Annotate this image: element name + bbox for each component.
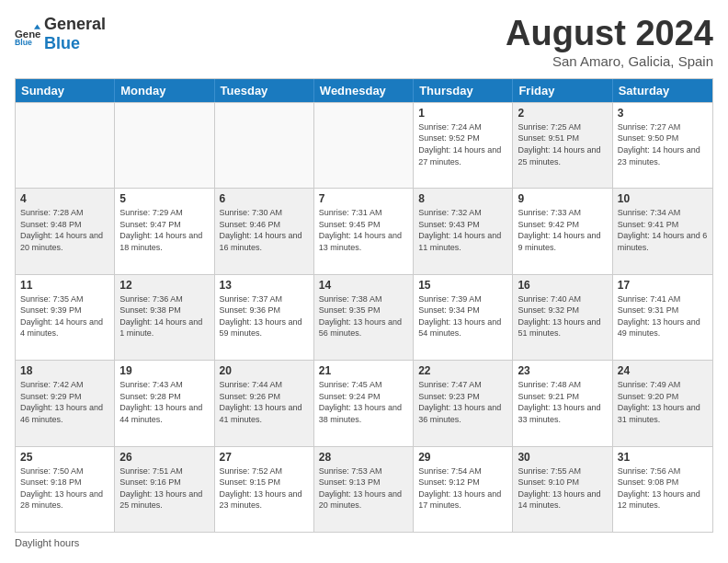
cal-cell: 13Sunrise: 7:37 AM Sunset: 9:36 PM Dayli…: [215, 275, 314, 360]
cal-cell: 1Sunrise: 7:24 AM Sunset: 9:52 PM Daylig…: [414, 103, 513, 188]
day-info: Sunrise: 7:50 AM Sunset: 9:18 PM Dayligh…: [20, 465, 109, 511]
day-info: Sunrise: 7:36 AM Sunset: 9:38 PM Dayligh…: [119, 293, 209, 339]
cal-week: 18Sunrise: 7:42 AM Sunset: 9:29 PM Dayli…: [16, 360, 712, 445]
day-number: 3: [618, 107, 708, 120]
cal-header-cell: Thursday: [414, 79, 513, 102]
day-number: 1: [418, 107, 507, 120]
day-info: Sunrise: 7:38 AM Sunset: 9:35 PM Dayligh…: [319, 293, 408, 339]
cal-cell: 12Sunrise: 7:36 AM Sunset: 9:38 PM Dayli…: [115, 275, 214, 360]
day-info: Sunrise: 7:40 AM Sunset: 9:32 PM Dayligh…: [518, 293, 607, 339]
cal-cell: 19Sunrise: 7:43 AM Sunset: 9:28 PM Dayli…: [115, 361, 214, 445]
day-number: 17: [618, 279, 708, 292]
day-number: 8: [418, 192, 507, 205]
day-number: 5: [119, 192, 209, 205]
day-number: 23: [518, 364, 607, 377]
cal-cell: 24Sunrise: 7:49 AM Sunset: 9:20 PM Dayli…: [613, 361, 712, 445]
header: General Blue General Blue August 2024 Sa…: [15, 15, 713, 69]
day-number: 28: [319, 451, 408, 464]
cal-cell: 16Sunrise: 7:40 AM Sunset: 9:32 PM Dayli…: [513, 275, 612, 360]
day-info: Sunrise: 7:51 AM Sunset: 9:16 PM Dayligh…: [119, 465, 209, 511]
cal-cell: 20Sunrise: 7:44 AM Sunset: 9:26 PM Dayli…: [215, 361, 314, 445]
day-info: Sunrise: 7:43 AM Sunset: 9:28 PM Dayligh…: [119, 379, 209, 425]
day-info: Sunrise: 7:49 AM Sunset: 9:20 PM Dayligh…: [618, 379, 708, 425]
cal-cell: 10Sunrise: 7:34 AM Sunset: 9:41 PM Dayli…: [613, 189, 712, 273]
day-info: Sunrise: 7:24 AM Sunset: 9:52 PM Dayligh…: [418, 121, 507, 167]
cal-cell: 5Sunrise: 7:29 AM Sunset: 9:47 PM Daylig…: [115, 189, 214, 273]
cal-cell: 11Sunrise: 7:35 AM Sunset: 9:39 PM Dayli…: [16, 275, 115, 360]
logo-blue: Blue: [44, 34, 80, 52]
day-info: Sunrise: 7:54 AM Sunset: 9:12 PM Dayligh…: [418, 465, 507, 511]
day-number: 30: [518, 451, 607, 464]
cal-cell: 6Sunrise: 7:30 AM Sunset: 9:46 PM Daylig…: [215, 189, 314, 273]
day-number: 15: [418, 279, 507, 292]
svg-marker-2: [34, 25, 40, 29]
cal-week: 11Sunrise: 7:35 AM Sunset: 9:39 PM Dayli…: [16, 274, 712, 360]
day-info: Sunrise: 7:29 AM Sunset: 9:47 PM Dayligh…: [119, 207, 209, 253]
cal-cell: 3Sunrise: 7:27 AM Sunset: 9:50 PM Daylig…: [613, 103, 712, 188]
day-info: Sunrise: 7:56 AM Sunset: 9:08 PM Dayligh…: [618, 465, 708, 511]
day-info: Sunrise: 7:47 AM Sunset: 9:23 PM Dayligh…: [418, 379, 507, 425]
day-number: 22: [418, 364, 507, 377]
day-number: 31: [618, 451, 708, 464]
cal-cell: 17Sunrise: 7:41 AM Sunset: 9:31 PM Dayli…: [613, 275, 712, 360]
day-number: 4: [20, 192, 109, 205]
calendar-body: 1Sunrise: 7:24 AM Sunset: 9:52 PM Daylig…: [16, 102, 712, 532]
cal-cell: 4Sunrise: 7:28 AM Sunset: 9:48 PM Daylig…: [16, 189, 115, 273]
subtitle: San Amaro, Galicia, Spain: [506, 53, 713, 69]
day-number: 27: [220, 451, 309, 464]
day-info: Sunrise: 7:52 AM Sunset: 9:15 PM Dayligh…: [220, 465, 309, 511]
day-number: 2: [518, 107, 607, 120]
cal-week: 1Sunrise: 7:24 AM Sunset: 9:52 PM Daylig…: [16, 102, 712, 188]
cal-header-cell: Sunday: [16, 79, 115, 102]
day-number: 20: [220, 364, 309, 377]
logo-general: General: [44, 15, 106, 34]
day-number: 24: [618, 364, 708, 377]
day-number: 6: [220, 192, 309, 205]
footer-note: Daylight hours: [15, 533, 713, 548]
cal-header-cell: Tuesday: [215, 79, 314, 102]
cal-cell: 8Sunrise: 7:32 AM Sunset: 9:43 PM Daylig…: [414, 189, 513, 273]
cal-cell: [16, 103, 115, 188]
day-number: 11: [20, 279, 109, 292]
cal-week: 4Sunrise: 7:28 AM Sunset: 9:48 PM Daylig…: [16, 188, 712, 273]
day-info: Sunrise: 7:28 AM Sunset: 9:48 PM Dayligh…: [20, 207, 109, 253]
cal-cell: 31Sunrise: 7:56 AM Sunset: 9:08 PM Dayli…: [613, 447, 712, 532]
day-number: 26: [119, 451, 209, 464]
svg-text:Blue: Blue: [15, 38, 32, 47]
day-info: Sunrise: 7:39 AM Sunset: 9:34 PM Dayligh…: [418, 293, 507, 339]
cal-cell: 26Sunrise: 7:51 AM Sunset: 9:16 PM Dayli…: [115, 447, 214, 532]
day-info: Sunrise: 7:32 AM Sunset: 9:43 PM Dayligh…: [418, 207, 507, 253]
day-number: 10: [618, 192, 708, 205]
day-number: 25: [20, 451, 109, 464]
title-block: August 2024 San Amaro, Galicia, Spain: [506, 15, 713, 69]
day-info: Sunrise: 7:37 AM Sunset: 9:36 PM Dayligh…: [220, 293, 309, 339]
day-info: Sunrise: 7:30 AM Sunset: 9:46 PM Dayligh…: [220, 207, 309, 253]
cal-cell: [314, 103, 414, 188]
logo: General Blue General Blue: [15, 15, 108, 53]
day-info: Sunrise: 7:45 AM Sunset: 9:24 PM Dayligh…: [319, 379, 408, 425]
cal-cell: 29Sunrise: 7:54 AM Sunset: 9:12 PM Dayli…: [414, 447, 513, 532]
day-number: 19: [119, 364, 209, 377]
day-info: Sunrise: 7:25 AM Sunset: 9:51 PM Dayligh…: [518, 121, 607, 167]
cal-cell: 21Sunrise: 7:45 AM Sunset: 9:24 PM Dayli…: [314, 361, 414, 445]
day-number: 9: [518, 192, 607, 205]
cal-header-cell: Monday: [115, 79, 214, 102]
calendar-header: SundayMondayTuesdayWednesdayThursdayFrid…: [16, 79, 712, 102]
main-title: August 2024: [506, 15, 713, 53]
cal-header-cell: Friday: [513, 79, 612, 102]
day-number: 12: [119, 279, 209, 292]
cal-cell: [115, 103, 214, 188]
page: General Blue General Blue August 2024 Sa…: [0, 0, 728, 563]
day-info: Sunrise: 7:34 AM Sunset: 9:41 PM Dayligh…: [618, 207, 708, 253]
day-info: Sunrise: 7:55 AM Sunset: 9:10 PM Dayligh…: [518, 465, 607, 511]
cal-cell: [215, 103, 314, 188]
cal-cell: 18Sunrise: 7:42 AM Sunset: 9:29 PM Dayli…: [16, 361, 115, 445]
day-number: 21: [319, 364, 408, 377]
cal-header-cell: Wednesday: [314, 79, 414, 102]
cal-week: 25Sunrise: 7:50 AM Sunset: 9:18 PM Dayli…: [16, 446, 712, 532]
cal-cell: 9Sunrise: 7:33 AM Sunset: 9:42 PM Daylig…: [513, 189, 612, 273]
cal-cell: 30Sunrise: 7:55 AM Sunset: 9:10 PM Dayli…: [513, 447, 612, 532]
calendar: SundayMondayTuesdayWednesdayThursdayFrid…: [15, 78, 713, 533]
logo-icon: General Blue: [15, 21, 40, 47]
cal-cell: 7Sunrise: 7:31 AM Sunset: 9:45 PM Daylig…: [314, 189, 414, 273]
